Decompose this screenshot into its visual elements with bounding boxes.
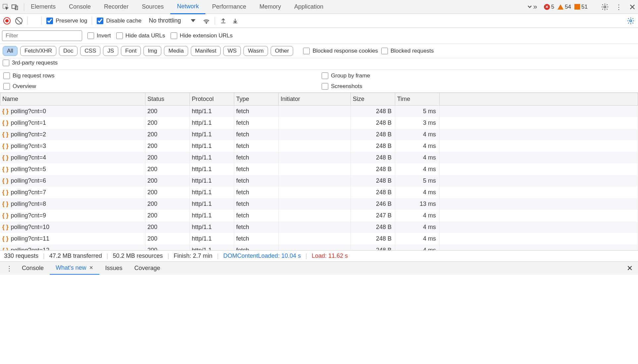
filter-chip-media[interactable]: Media [164, 46, 188, 56]
filter-chip-all[interactable]: All [3, 46, 18, 56]
drawer-tab-console[interactable]: Console [16, 262, 50, 275]
table-row[interactable]: { }polling?cnt=2200http/1.1fetch248 B4 m… [0, 129, 638, 140]
group-by-frame-checkbox[interactable]: Group by frame [322, 72, 635, 79]
filter-chip-wasm[interactable]: Wasm [243, 46, 268, 56]
issues-badge[interactable]: 51 [574, 4, 588, 10]
cell-type: fetch [234, 152, 279, 163]
filter-chip-doc[interactable]: Doc [59, 46, 78, 56]
drawer-tab-what-s-new[interactable]: What's new✕ [50, 262, 99, 275]
network-settings-icon[interactable] [627, 17, 635, 25]
drawer-tab-close-icon[interactable]: ✕ [89, 265, 93, 271]
cell-type: fetch [234, 175, 279, 187]
drawer-tab-coverage[interactable]: Coverage [129, 262, 166, 275]
download-har-icon[interactable] [232, 17, 239, 24]
cell-type: fetch [234, 221, 279, 233]
tab-memory[interactable]: Memory [253, 0, 288, 14]
group-by-frame-label: Group by frame [331, 72, 370, 79]
column-header-initiator[interactable]: Initiator [279, 93, 351, 106]
device-toolbar-icon[interactable] [11, 3, 19, 11]
fetch-icon: { } [2, 119, 8, 126]
network-conditions-icon[interactable] [203, 17, 210, 24]
filter-chip-img[interactable]: Img [143, 46, 161, 56]
blocked-cookies-checkbox[interactable]: Blocked response cookies [303, 48, 378, 54]
tab-performance[interactable]: Performance [205, 0, 253, 14]
filter-chip-other[interactable]: Other [271, 46, 293, 56]
table-row[interactable]: { }polling?cnt=12200http/1.1fetch248 B4 … [0, 245, 638, 250]
invert-checkbox[interactable]: Invert [87, 32, 111, 39]
hide-data-urls-checkbox[interactable]: Hide data URLs [116, 32, 165, 39]
filter-chip-manifest[interactable]: Manifest [191, 46, 221, 56]
blocked-requests-checkbox[interactable]: Blocked requests [381, 48, 434, 54]
tab-console[interactable]: Console [62, 0, 97, 14]
table-row[interactable]: { }polling?cnt=11200http/1.1fetch248 B4 … [0, 233, 638, 245]
column-header-type[interactable]: Type [234, 93, 279, 106]
tab-sources[interactable]: Sources [135, 0, 170, 14]
tab-application[interactable]: Application [288, 0, 330, 14]
cell-waterfall [440, 210, 638, 221]
drawer-close-icon[interactable]: ✕ [624, 264, 635, 273]
cell-time: 4 ms [395, 163, 440, 175]
filter-input[interactable] [2, 30, 82, 41]
drawer-tab-issues[interactable]: Issues [99, 262, 129, 275]
filter-chip-fetch-xhr[interactable]: Fetch/XHR [20, 46, 56, 56]
warning-badge[interactable]: 54 [558, 4, 571, 10]
clear-log-icon[interactable] [15, 17, 23, 24]
close-devtools-icon[interactable] [629, 3, 636, 11]
filter-chip-css[interactable]: CSS [80, 46, 100, 56]
filter-chip-js[interactable]: JS [103, 46, 118, 56]
filter-chip-ws[interactable]: WS [223, 46, 241, 56]
table-row[interactable]: { }polling?cnt=10200http/1.1fetch248 B4 … [0, 221, 638, 233]
cell-name: { }polling?cnt=7 [0, 187, 145, 198]
cell-name: { }polling?cnt=10 [0, 221, 145, 233]
table-row[interactable]: { }polling?cnt=4200http/1.1fetch248 B4 m… [0, 152, 638, 163]
table-row[interactable]: { }polling?cnt=6200http/1.1fetch248 B5 m… [0, 175, 638, 187]
tab-elements[interactable]: Elements [24, 0, 62, 14]
upload-har-icon[interactable] [220, 17, 227, 24]
fetch-icon: { } [2, 201, 8, 207]
screenshots-checkbox[interactable]: Screenshots [322, 83, 635, 90]
kebab-menu-icon[interactable]: ⋮ [612, 3, 625, 11]
table-row[interactable]: { }polling?cnt=5200http/1.1fetch248 B4 m… [0, 163, 638, 175]
cell-initiator [279, 117, 351, 129]
network-table-container[interactable]: NameStatusProtocolTypeInitiatorSizeTime … [0, 93, 638, 250]
warning-triangle-icon [558, 4, 563, 10]
table-row[interactable]: { }polling?cnt=1200http/1.1fetch248 B3 m… [0, 117, 638, 129]
table-row[interactable]: { }polling?cnt=7200http/1.1fetch248 B4 m… [0, 187, 638, 198]
tab-recorder[interactable]: Recorder [97, 0, 135, 14]
column-header-protocol[interactable]: Protocol [190, 93, 234, 106]
third-party-checkbox[interactable]: 3rd-party requests [3, 60, 58, 66]
cell-size: 248 B [351, 129, 395, 140]
table-row[interactable]: { }polling?cnt=0200http/1.1fetch248 B5 m… [0, 106, 638, 117]
filter-chip-font[interactable]: Font [121, 46, 141, 56]
disable-cache-label: Disable cache [106, 18, 141, 24]
table-row[interactable]: { }polling?cnt=3200http/1.1fetch248 B4 m… [0, 140, 638, 152]
error-badge[interactable]: ✕ 5 [544, 4, 554, 10]
settings-gear-icon[interactable] [601, 3, 609, 11]
throttling-select[interactable]: No throttling [146, 17, 198, 24]
cell-time: 4 ms [395, 210, 440, 221]
preserve-log-checkbox[interactable]: Preserve log [46, 18, 87, 24]
column-header-name[interactable]: Name [0, 93, 145, 106]
more-tabs-icon[interactable]: » [523, 3, 540, 11]
cell-protocol: http/1.1 [190, 187, 234, 198]
tab-network[interactable]: Network [170, 0, 205, 14]
cell-type: fetch [234, 233, 279, 245]
drawer-menu-icon[interactable]: ⋮ [3, 264, 16, 272]
column-header-size[interactable]: Size [351, 93, 395, 106]
column-header-status[interactable]: Status [145, 93, 190, 106]
column-header-waterfall[interactable] [440, 93, 638, 106]
cell-status: 200 [145, 129, 190, 140]
table-row[interactable]: { }polling?cnt=8200http/1.1fetch246 B13 … [0, 198, 638, 210]
record-icon[interactable] [3, 17, 11, 24]
inspect-element-icon[interactable] [2, 3, 9, 11]
cell-initiator [279, 210, 351, 221]
overview-checkbox[interactable]: Overview [3, 83, 316, 90]
column-header-time[interactable]: Time [395, 93, 440, 106]
table-row[interactable]: { }polling?cnt=9200http/1.1fetch247 B4 m… [0, 210, 638, 221]
disable-cache-checkbox[interactable]: Disable cache [97, 18, 141, 24]
drawer-tabs: ⋮ ConsoleWhat's new✕IssuesCoverage ✕ [0, 261, 638, 275]
fetch-icon: { } [2, 247, 8, 250]
cell-protocol: http/1.1 [190, 163, 234, 175]
hide-ext-urls-checkbox[interactable]: Hide extension URLs [171, 32, 233, 39]
big-rows-checkbox[interactable]: Big request rows [3, 72, 316, 79]
